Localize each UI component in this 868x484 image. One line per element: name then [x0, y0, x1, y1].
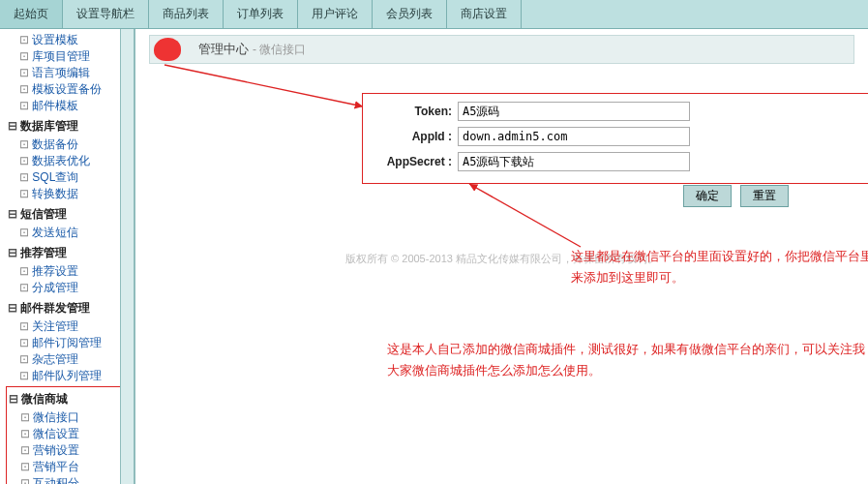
- sidebar-item-0-0[interactable]: 设置模板: [6, 32, 134, 48]
- annotation-2: 这是本人自己添加的微信商城插件，测试很好，如果有做微信平台的亲们，可以关注我，我…: [387, 339, 868, 381]
- nav-tab-6[interactable]: 商店设置: [447, 0, 522, 28]
- sidebar-group-3[interactable]: 推荐管理: [6, 243, 134, 263]
- svg-line-0: [165, 65, 363, 106]
- reset-button[interactable]: 重置: [740, 185, 789, 207]
- nav-tab-2[interactable]: 商品列表: [149, 0, 224, 28]
- ok-button[interactable]: 确定: [683, 185, 732, 207]
- sidebar-group-1[interactable]: 数据库管理: [6, 116, 134, 136]
- sidebar-scrollbar[interactable]: [120, 29, 134, 484]
- appsecret-input[interactable]: [458, 152, 690, 171]
- sidebar-group-4[interactable]: 邮件群发管理: [6, 298, 134, 318]
- appsecret-label: AppSecret :: [371, 155, 458, 168]
- page-subtitle: - 微信接口: [253, 42, 306, 58]
- page-header: 管理中心 - 微信接口: [149, 35, 854, 64]
- sidebar-item-3-1[interactable]: 分成管理: [6, 280, 134, 296]
- sidebar-item-2-0[interactable]: 发送短信: [6, 225, 134, 241]
- sidebar-item-1-2[interactable]: SQL查询: [6, 169, 134, 186]
- sidebar-group-5[interactable]: 微信商城: [7, 389, 123, 409]
- token-input[interactable]: [458, 102, 690, 121]
- nav-tab-1[interactable]: 设置导航栏: [63, 0, 149, 28]
- sidebar-item-3-0[interactable]: 推荐设置: [6, 263, 134, 280]
- nav-tab-3[interactable]: 订单列表: [224, 0, 298, 28]
- main-panel: 管理中心 - 微信接口 Token: AppId : AppSecret : 确…: [135, 29, 868, 484]
- sidebar-item-4-0[interactable]: 关注管理: [6, 318, 134, 335]
- logo-icon: [154, 38, 181, 61]
- sidebar-group-2[interactable]: 短信管理: [6, 204, 134, 225]
- nav-tab-0[interactable]: 起始页: [0, 0, 63, 28]
- token-label: Token:: [371, 105, 458, 118]
- sidebar-item-4-1[interactable]: 邮件订阅管理: [6, 335, 134, 351]
- page-title: 管理中心: [198, 41, 249, 58]
- sidebar-item-0-4[interactable]: 邮件模板: [6, 98, 134, 114]
- sidebar-item-0-3[interactable]: 模板设置备份: [6, 81, 134, 98]
- sidebar: 设置模板库项目管理语言项编辑模板设置备份邮件模板数据库管理数据备份数据表优化SQ…: [0, 29, 135, 484]
- wechat-form: Token: AppId : AppSecret :: [362, 93, 868, 184]
- sidebar-item-5-1[interactable]: 微信设置: [7, 426, 123, 442]
- sidebar-item-4-3[interactable]: 邮件队列管理: [6, 368, 134, 384]
- sidebar-item-5-2[interactable]: 营销设置: [7, 442, 123, 459]
- nav-tab-4[interactable]: 用户评论: [298, 0, 373, 28]
- nav-tab-5[interactable]: 会员列表: [373, 0, 447, 28]
- sidebar-item-5-0[interactable]: 微信接口: [7, 409, 123, 426]
- sidebar-item-5-4[interactable]: 互动积分: [7, 475, 123, 484]
- sidebar-item-4-2[interactable]: 杂志管理: [6, 351, 134, 368]
- svg-line-1: [469, 184, 581, 247]
- sidebar-item-1-3[interactable]: 转换数据: [6, 186, 134, 202]
- sidebar-item-1-0[interactable]: 数据备份: [6, 136, 134, 153]
- top-nav: 起始页设置导航栏商品列表订单列表用户评论会员列表商店设置: [0, 0, 868, 29]
- sidebar-item-0-1[interactable]: 库项目管理: [6, 48, 134, 65]
- appid-label: AppId :: [371, 130, 458, 143]
- appid-input[interactable]: [458, 127, 690, 146]
- sidebar-item-5-3[interactable]: 营销平台: [7, 459, 123, 475]
- sidebar-item-1-1[interactable]: 数据表优化: [6, 153, 134, 169]
- sidebar-item-0-2[interactable]: 语言项编辑: [6, 65, 134, 81]
- annotation-1: 这里都是在微信平台的里面设置好的，你把微信平台里的信息复制进来添加到这里即可。: [571, 246, 868, 288]
